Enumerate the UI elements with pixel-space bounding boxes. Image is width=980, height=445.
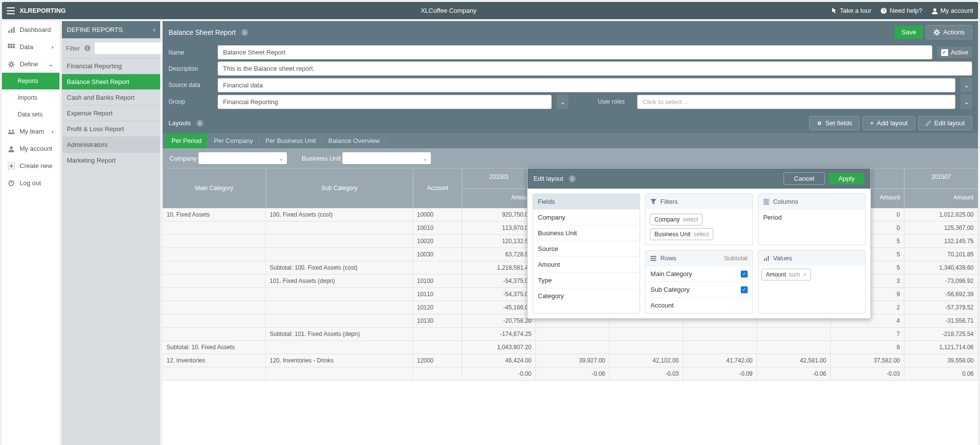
table-cell: 7 (831, 328, 904, 341)
nav-myteam[interactable]: My team › (2, 123, 59, 140)
nav-createnew[interactable]: Create new (2, 157, 59, 174)
chevron-left-icon[interactable]: ‹ (153, 26, 155, 33)
actions-button[interactable]: Actions (926, 25, 972, 39)
nav-imports[interactable]: Imports (2, 89, 59, 106)
company-filter-select[interactable]: ⌄ (198, 152, 287, 164)
source-input[interactable]: Financial data (218, 78, 955, 92)
check-icon[interactable]: ✓ (741, 271, 748, 278)
help-link[interactable]: ? Need help? (880, 7, 923, 14)
report-list-item[interactable]: Cash and Banks Report (62, 89, 160, 105)
close-icon[interactable]: × (803, 271, 807, 278)
report-list-item[interactable]: Expense Report (62, 105, 160, 121)
table-cell (163, 288, 266, 301)
report-list-item[interactable]: Administrators (62, 137, 160, 152)
check-icon: ✓ (941, 49, 948, 56)
filter-tag[interactable]: Company select (650, 214, 702, 225)
nav-myaccount[interactable]: My account (2, 140, 59, 157)
tab-per-bu[interactable]: Per Business Unit (259, 133, 322, 148)
table-cell: 1,043,907.20 (462, 341, 536, 354)
roles-dropdown-button[interactable]: ⌄ (960, 94, 972, 109)
set-fields-button[interactable]: Set fields (809, 116, 860, 130)
nav-data[interactable]: Data › (2, 38, 59, 56)
columns-header: Columns (773, 198, 798, 205)
nav-datasets[interactable]: Data sets (2, 106, 59, 123)
rows-header: Rows (660, 254, 676, 262)
nav-logout[interactable]: Log out (2, 174, 59, 192)
desc-input[interactable]: This is the Balance sheet report. (218, 61, 972, 76)
info-icon[interactable]: i (196, 119, 204, 127)
svg-point-15 (10, 146, 13, 149)
svg-point-22 (935, 31, 938, 34)
info-icon[interactable]: i (241, 28, 249, 36)
chevron-down-icon: ⌄ (964, 98, 969, 106)
field-item[interactable]: Business Unit (533, 225, 640, 241)
report-list-item[interactable]: Marketing Report (62, 152, 160, 168)
table-cell: 42,581.00 (757, 354, 831, 367)
row-item[interactable]: Sub Category✓ (645, 281, 752, 297)
table-cell: 70,101.85 (904, 248, 978, 261)
report-list-item[interactable]: Financial Reporting (62, 58, 160, 74)
my-account-link[interactable]: My account (931, 7, 973, 14)
save-button[interactable]: Save (895, 26, 923, 39)
field-item[interactable]: Category (533, 288, 640, 304)
table-cell (266, 314, 413, 328)
apply-button[interactable]: Apply (829, 173, 865, 184)
field-item[interactable]: Amount (533, 256, 640, 272)
table-cell: -0.06 (536, 367, 610, 381)
table-cell (266, 235, 413, 248)
source-dropdown-button[interactable]: ⌄ (960, 78, 972, 92)
name-label: Name (168, 49, 213, 56)
team-icon (8, 128, 15, 135)
cancel-button[interactable]: Cancel (784, 172, 825, 185)
report-list-item[interactable]: Balance Sheet Report (62, 74, 160, 89)
table-cell (413, 367, 462, 381)
field-item[interactable]: Type (533, 272, 640, 288)
group-dropdown-button[interactable]: ⌄ (557, 94, 568, 109)
table-cell: 37,582.00 (831, 354, 904, 367)
name-input[interactable]: Balance Sheet Report (218, 45, 932, 59)
svg-rect-33 (768, 256, 769, 261)
table-cell (536, 341, 610, 354)
table-cell: 10100 (413, 275, 462, 288)
info-icon[interactable]: i (84, 45, 91, 52)
field-item[interactable]: Source (533, 241, 640, 256)
report-list-item[interactable]: Profit & Loss Report (62, 121, 160, 137)
active-checkbox[interactable]: ✓ Active (937, 47, 972, 58)
table-cell (683, 341, 757, 354)
row-item[interactable]: Account (645, 297, 752, 313)
svg-text:i: i (244, 29, 245, 35)
table-cell (266, 248, 413, 261)
roles-select[interactable]: Click to select .. (637, 95, 955, 109)
table-cell: 120,132.50 (462, 235, 536, 248)
table-cell: 101. Fixed Assets (depn) (266, 275, 413, 288)
field-item[interactable]: Company (533, 209, 640, 225)
take-tour-link[interactable]: Take a tour (832, 7, 871, 14)
bu-filter-select[interactable]: ⌄ (342, 152, 431, 164)
grid-icon (8, 44, 15, 51)
table-cell: -54,375.00 (462, 275, 536, 288)
menu-icon[interactable] (7, 7, 15, 14)
tab-balance-overview[interactable]: Balance Overview (322, 133, 386, 148)
filter-tag[interactable]: Business Unit select (650, 228, 713, 240)
nav-reports[interactable]: Reports (2, 73, 59, 89)
nav-define[interactable]: Define ⌄ (2, 56, 59, 73)
column-item[interactable]: Period (758, 209, 865, 225)
gear-icon (816, 120, 822, 126)
add-layout-button[interactable]: + Add layout (863, 116, 915, 130)
table-cell (163, 248, 266, 261)
value-tag[interactable]: Amount sum × (761, 269, 811, 280)
table-cell: -0.03 (831, 367, 904, 381)
tab-per-period[interactable]: Per Period (166, 133, 208, 148)
edit-layout-button[interactable]: Edit layout (918, 116, 972, 130)
table-cell: 10010 (413, 222, 462, 235)
tab-per-company[interactable]: Per Company (208, 133, 259, 148)
table-cell: 1,218,581.45 (462, 261, 536, 275)
row-item[interactable]: Main Category✓ (645, 266, 752, 281)
table-cell: 46,424.00 (462, 354, 536, 367)
table-cell: 920,750.00 (462, 208, 536, 222)
info-icon[interactable]: i (568, 175, 576, 183)
table-cell (413, 341, 462, 354)
check-icon[interactable]: ✓ (741, 286, 748, 293)
group-select[interactable]: Financial Reporting (218, 95, 552, 109)
nav-dashboard[interactable]: Dashboard (2, 21, 59, 38)
